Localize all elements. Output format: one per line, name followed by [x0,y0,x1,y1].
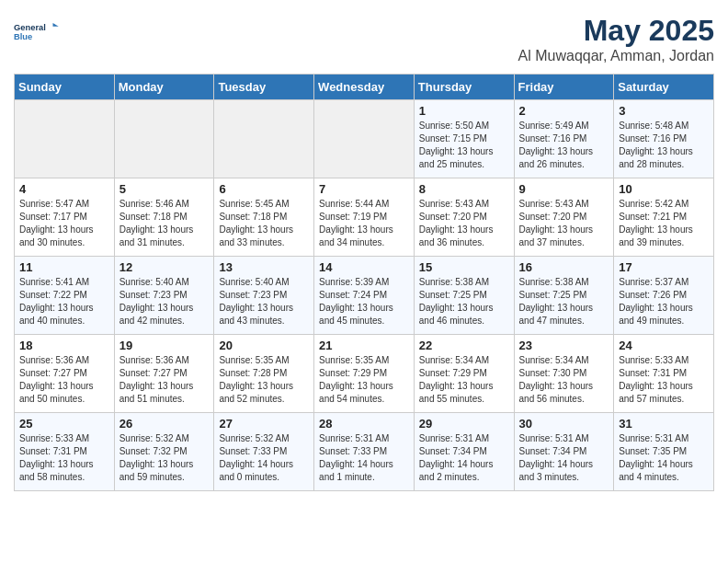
calendar-table: SundayMondayTuesdayWednesdayThursdayFrid… [14,74,714,491]
day-info: Sunrise: 5:40 AM Sunset: 7:23 PM Dayligh… [119,276,210,327]
day-number: 22 [419,339,509,352]
day-number: 24 [619,339,709,352]
day-number: 10 [619,182,709,196]
page-header: General Blue May 2025 Al Muwaqqar, Amman… [14,14,714,64]
cell-week1-day1 [114,100,214,178]
cell-week5-day5: 30Sunrise: 5:31 AM Sunset: 7:34 PM Dayli… [514,413,614,491]
week-row-5: 25Sunrise: 5:33 AM Sunset: 7:31 PM Dayli… [15,413,714,491]
day-info: Sunrise: 5:40 AM Sunset: 7:23 PM Dayligh… [219,276,309,327]
day-number: 14 [319,260,409,274]
header-tuesday: Tuesday [214,75,314,100]
day-info: Sunrise: 5:43 AM Sunset: 7:20 PM Dayligh… [519,198,609,249]
day-info: Sunrise: 5:34 AM Sunset: 7:29 PM Dayligh… [419,354,509,406]
header-friday: Friday [514,75,614,100]
day-info: Sunrise: 5:32 AM Sunset: 7:33 PM Dayligh… [219,432,309,484]
day-info: Sunrise: 5:33 AM Sunset: 7:31 PM Dayligh… [619,354,709,406]
header-row: SundayMondayTuesdayWednesdayThursdayFrid… [15,75,714,100]
day-number: 4 [19,182,109,196]
cell-week1-day2 [214,100,314,178]
day-info: Sunrise: 5:38 AM Sunset: 7:25 PM Dayligh… [519,276,609,327]
title-block: May 2025 Al Muwaqqar, Amman, Jordan [518,14,714,64]
day-number: 31 [619,417,709,431]
header-thursday: Thursday [414,75,514,100]
day-info: Sunrise: 5:35 AM Sunset: 7:28 PM Dayligh… [219,354,309,406]
day-number: 6 [219,182,309,196]
cell-week4-day5: 23Sunrise: 5:34 AM Sunset: 7:30 PM Dayli… [514,335,614,413]
cell-week4-day2: 20Sunrise: 5:35 AM Sunset: 7:28 PM Dayli… [214,335,314,413]
day-number: 23 [519,339,609,352]
day-info: Sunrise: 5:43 AM Sunset: 7:20 PM Dayligh… [419,198,509,249]
day-info: Sunrise: 5:45 AM Sunset: 7:18 PM Dayligh… [219,198,309,249]
day-number: 11 [19,260,109,274]
day-number: 18 [19,339,109,352]
cell-week3-day4: 15Sunrise: 5:38 AM Sunset: 7:25 PM Dayli… [414,257,514,335]
day-info: Sunrise: 5:49 AM Sunset: 7:16 PM Dayligh… [519,120,609,171]
cell-week1-day3 [314,100,415,178]
header-wednesday: Wednesday [314,75,415,100]
cell-week1-day4: 1Sunrise: 5:50 AM Sunset: 7:15 PM Daylig… [414,100,514,178]
day-number: 21 [319,339,409,352]
day-info: Sunrise: 5:33 AM Sunset: 7:31 PM Dayligh… [19,432,109,484]
day-info: Sunrise: 5:46 AM Sunset: 7:18 PM Dayligh… [119,198,210,249]
day-number: 27 [219,417,309,431]
cell-week3-day3: 14Sunrise: 5:39 AM Sunset: 7:24 PM Dayli… [314,257,415,335]
cell-week2-day1: 5Sunrise: 5:46 AM Sunset: 7:18 PM Daylig… [114,178,214,257]
location-title: Al Muwaqqar, Amman, Jordan [518,48,714,64]
cell-week5-day2: 27Sunrise: 5:32 AM Sunset: 7:33 PM Dayli… [214,413,314,491]
day-number: 26 [119,417,210,431]
svg-text:General: General [14,23,46,32]
svg-marker-1 [53,23,59,27]
day-number: 20 [219,339,309,352]
cell-week4-day1: 19Sunrise: 5:36 AM Sunset: 7:27 PM Dayli… [114,335,214,413]
day-number: 8 [419,182,509,196]
day-info: Sunrise: 5:37 AM Sunset: 7:26 PM Dayligh… [619,276,709,327]
day-number: 29 [419,417,509,431]
month-title: May 2025 [518,14,714,48]
week-row-2: 4Sunrise: 5:47 AM Sunset: 7:17 PM Daylig… [15,178,714,257]
week-row-1: 1Sunrise: 5:50 AM Sunset: 7:15 PM Daylig… [15,100,714,178]
day-info: Sunrise: 5:35 AM Sunset: 7:29 PM Dayligh… [319,354,409,406]
day-info: Sunrise: 5:31 AM Sunset: 7:34 PM Dayligh… [419,432,509,484]
day-number: 12 [119,260,210,274]
day-info: Sunrise: 5:31 AM Sunset: 7:35 PM Dayligh… [619,432,709,484]
day-number: 3 [619,104,709,118]
day-info: Sunrise: 5:44 AM Sunset: 7:19 PM Dayligh… [319,198,409,249]
cell-week3-day5: 16Sunrise: 5:38 AM Sunset: 7:25 PM Dayli… [514,257,614,335]
day-number: 13 [219,260,309,274]
day-number: 1 [419,104,509,118]
day-number: 30 [519,417,609,431]
cell-week2-day0: 4Sunrise: 5:47 AM Sunset: 7:17 PM Daylig… [15,178,115,257]
day-info: Sunrise: 5:36 AM Sunset: 7:27 PM Dayligh… [119,354,210,406]
day-info: Sunrise: 5:32 AM Sunset: 7:32 PM Dayligh… [119,432,210,484]
cell-week5-day1: 26Sunrise: 5:32 AM Sunset: 7:32 PM Dayli… [114,413,214,491]
header-sunday: Sunday [15,75,115,100]
day-number: 19 [119,339,210,352]
cell-week2-day5: 9Sunrise: 5:43 AM Sunset: 7:20 PM Daylig… [514,178,614,257]
day-number: 16 [519,260,609,274]
day-info: Sunrise: 5:36 AM Sunset: 7:27 PM Dayligh… [19,354,109,406]
week-row-4: 18Sunrise: 5:36 AM Sunset: 7:27 PM Dayli… [15,335,714,413]
cell-week4-day4: 22Sunrise: 5:34 AM Sunset: 7:29 PM Dayli… [414,335,514,413]
cell-week5-day0: 25Sunrise: 5:33 AM Sunset: 7:31 PM Dayli… [15,413,115,491]
day-number: 7 [319,182,409,196]
cell-week3-day1: 12Sunrise: 5:40 AM Sunset: 7:23 PM Dayli… [114,257,214,335]
day-info: Sunrise: 5:50 AM Sunset: 7:15 PM Dayligh… [419,120,509,171]
cell-week3-day2: 13Sunrise: 5:40 AM Sunset: 7:23 PM Dayli… [214,257,314,335]
cell-week3-day6: 17Sunrise: 5:37 AM Sunset: 7:26 PM Dayli… [614,257,714,335]
day-number: 25 [19,417,109,431]
cell-week2-day4: 8Sunrise: 5:43 AM Sunset: 7:20 PM Daylig… [414,178,514,257]
day-info: Sunrise: 5:31 AM Sunset: 7:34 PM Dayligh… [519,432,609,484]
day-info: Sunrise: 5:34 AM Sunset: 7:30 PM Dayligh… [519,354,609,406]
cell-week1-day5: 2Sunrise: 5:49 AM Sunset: 7:16 PM Daylig… [514,100,614,178]
day-number: 17 [619,260,709,274]
header-monday: Monday [114,75,214,100]
cell-week5-day6: 31Sunrise: 5:31 AM Sunset: 7:35 PM Dayli… [614,413,714,491]
day-number: 5 [119,182,210,196]
cell-week2-day6: 10Sunrise: 5:42 AM Sunset: 7:21 PM Dayli… [614,178,714,257]
cell-week2-day3: 7Sunrise: 5:44 AM Sunset: 7:19 PM Daylig… [314,178,415,257]
day-info: Sunrise: 5:41 AM Sunset: 7:22 PM Dayligh… [19,276,109,327]
day-number: 15 [419,260,509,274]
cell-week1-day0 [15,100,115,178]
cell-week4-day0: 18Sunrise: 5:36 AM Sunset: 7:27 PM Dayli… [15,335,115,413]
header-saturday: Saturday [614,75,714,100]
